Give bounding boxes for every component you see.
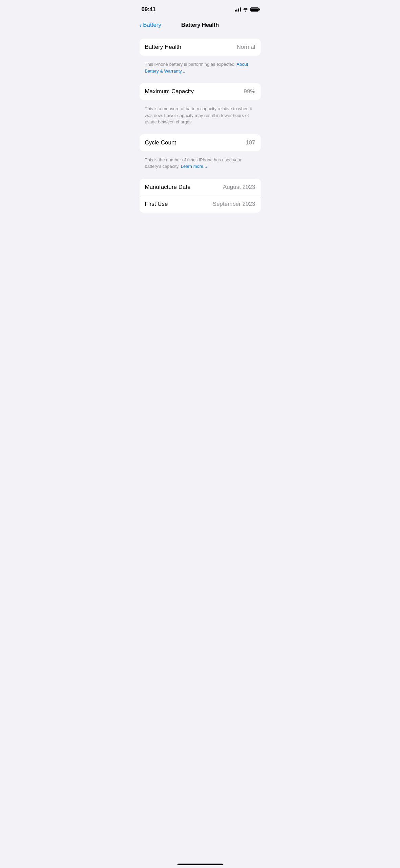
battery-health-row: Battery Health Normal <box>140 39 261 56</box>
back-button[interactable]: ‹ Battery <box>140 22 162 28</box>
battery-icon <box>250 7 259 12</box>
battery-health-card: Battery Health Normal <box>140 39 261 56</box>
battery-health-value: Normal <box>237 44 255 51</box>
first-use-row: First Use September 2023 <box>140 196 261 213</box>
content: Battery Health Normal This iPhone batter… <box>134 35 266 219</box>
cycle-count-card: Cycle Count 107 <box>140 134 261 151</box>
wifi-icon <box>243 7 248 12</box>
back-chevron-icon: ‹ <box>140 22 142 28</box>
max-capacity-label: Maximum Capacity <box>145 88 194 95</box>
status-bar: 09:41 <box>134 0 266 17</box>
cycle-count-description: This is the number of times iPhone has u… <box>140 154 261 175</box>
cycle-count-value: 107 <box>246 139 255 146</box>
back-label: Battery <box>143 22 161 28</box>
signal-bars-icon <box>235 7 241 12</box>
cycle-count-row: Cycle Count 107 <box>140 134 261 151</box>
cycle-count-label: Cycle Count <box>145 139 176 146</box>
dates-card: Manufacture Date August 2023 First Use S… <box>140 179 261 213</box>
manufacture-date-value: August 2023 <box>223 184 255 191</box>
manufacture-date-label: Manufacture Date <box>145 184 191 191</box>
battery-health-description: This iPhone battery is performing as exp… <box>140 58 261 80</box>
manufacture-date-row: Manufacture Date August 2023 <box>140 179 261 196</box>
battery-health-label: Battery Health <box>145 44 182 51</box>
max-capacity-card: Maximum Capacity 99% <box>140 83 261 100</box>
first-use-value: September 2023 <box>213 201 255 208</box>
nav-header: ‹ Battery Battery Health <box>134 17 266 35</box>
max-capacity-row: Maximum Capacity 99% <box>140 83 261 100</box>
max-capacity-value: 99% <box>244 88 255 95</box>
page-title: Battery Health <box>181 22 219 28</box>
status-time: 09:41 <box>142 6 156 13</box>
max-capacity-description: This is a measure of battery capacity re… <box>140 103 261 131</box>
status-icons <box>235 7 259 12</box>
battery-warranty-link[interactable]: About Battery & Warranty... <box>145 62 248 74</box>
learn-more-link[interactable]: Learn more... <box>181 164 207 169</box>
first-use-label: First Use <box>145 201 168 208</box>
